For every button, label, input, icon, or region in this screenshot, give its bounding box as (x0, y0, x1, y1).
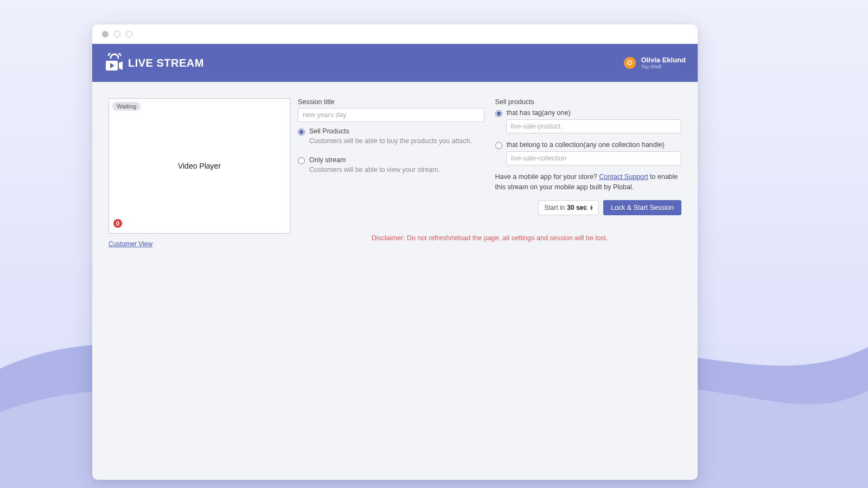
radio-only-stream-desc: Customers will be able to view your stre… (309, 165, 484, 175)
viewer-count-badge: 0 (113, 219, 122, 228)
window-zoom-icon[interactable] (126, 31, 132, 37)
video-player: Waiting Video Player 0 (108, 98, 290, 234)
user-name: Olivia Eklund (641, 56, 686, 64)
session-title-label: Session title (298, 98, 484, 106)
collection-input[interactable] (506, 151, 682, 165)
radio-has-tag[interactable] (495, 110, 502, 117)
session-title-input[interactable] (298, 108, 484, 122)
customer-view-link[interactable]: Customer View (108, 240, 152, 248)
window-minimize-icon[interactable] (114, 31, 120, 37)
radio-sell-products[interactable] (298, 129, 305, 136)
tag-input[interactable] (506, 119, 682, 133)
sell-products-label: Sell products (495, 98, 682, 106)
start-delay-select[interactable]: Start in 30 sec ▴▾ (538, 200, 599, 215)
brand-name: LIVE STREAM (128, 57, 204, 69)
radio-collection[interactable] (495, 142, 502, 149)
radio-collection-label: that belong to a collection(any one coll… (507, 141, 665, 149)
radio-only-stream[interactable] (298, 157, 305, 164)
contact-support-link[interactable]: Contact Support (599, 173, 648, 181)
app-window: LIVE STREAM O Olivia Eklund Top Shelf Wa… (92, 24, 698, 480)
app-header: LIVE STREAM O Olivia Eklund Top Shelf (92, 44, 698, 82)
radio-has-tag-label: that has tag(any one) (507, 109, 571, 117)
avatar: O (624, 57, 636, 69)
window-titlebar (92, 24, 698, 44)
chevron-up-down-icon: ▴▾ (590, 205, 593, 210)
window-close-icon[interactable] (102, 31, 108, 37)
status-badge: Waiting (112, 102, 141, 111)
brand: LIVE STREAM (104, 53, 204, 73)
video-placeholder-text: Video Player (178, 162, 221, 170)
disclaimer-text: Disclaimer: Do not refresh/reload the pa… (298, 234, 681, 248)
radio-sell-products-label: Sell Products (309, 127, 484, 135)
lock-start-button[interactable]: Lock & Start Session (603, 200, 681, 215)
support-note: Have a mobile app for your store? Contac… (495, 172, 682, 192)
radio-sell-products-desc: Customers will be able to buy the produc… (309, 137, 484, 146)
radio-only-stream-label: Only stream (309, 156, 484, 164)
user-subtitle: Top Shelf (641, 64, 686, 69)
user-menu[interactable]: O Olivia Eklund Top Shelf (624, 56, 686, 69)
brand-logo-icon (104, 53, 125, 73)
